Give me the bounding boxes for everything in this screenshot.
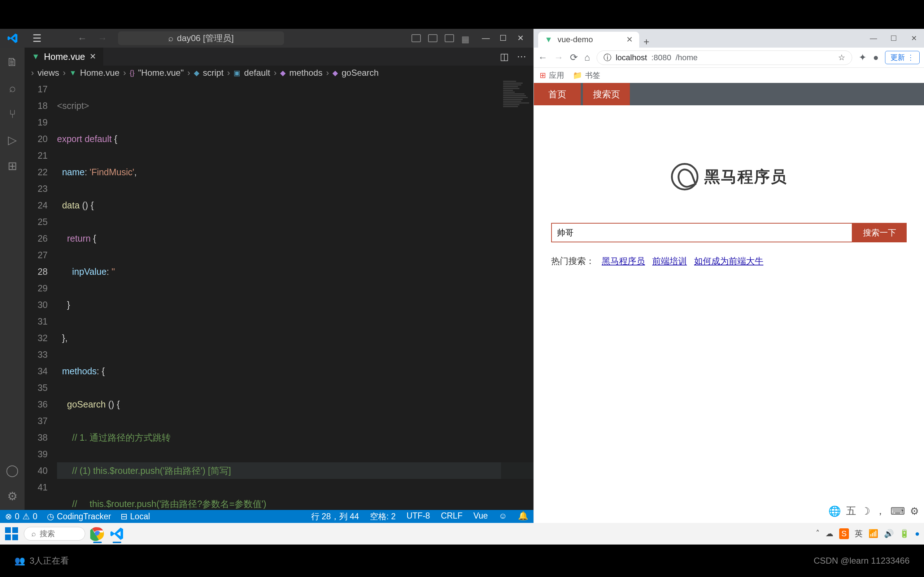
ime-wubi-icon[interactable]: 五 — [846, 504, 856, 518]
nav-home[interactable]: 首页 — [534, 83, 581, 105]
tab-close-icon[interactable]: ✕ — [626, 35, 633, 44]
more-actions-icon[interactable]: ⋯ — [517, 51, 526, 62]
account-icon[interactable]: ◯ — [6, 464, 19, 477]
chrome-window: ▼ vue-demo ✕ + — ☐ ✕ ← → ⟳ ⌂ ⓘ localhost… — [533, 29, 924, 523]
line-numbers: 1718192021222324252627282930313233343536… — [24, 80, 57, 510]
tray-notification-dot[interactable]: ● — [915, 529, 920, 538]
tray-lang-icon[interactable]: 英 — [855, 528, 863, 539]
apps-shortcut[interactable]: ⊞应用 — [540, 70, 564, 81]
tray-wifi-icon[interactable]: 📶 — [868, 529, 878, 538]
source-control-icon[interactable]: ⑂ — [6, 108, 19, 121]
command-center-text: day06 [管理员] — [177, 32, 234, 44]
warning-icon: ⚠ — [23, 512, 30, 521]
extensions-icon[interactable]: ⊞ — [6, 160, 19, 172]
hot-link-2[interactable]: 前端培训 — [652, 255, 687, 267]
start-button[interactable] — [4, 527, 19, 541]
browser-tab-title: vue-demo — [558, 35, 593, 44]
status-tracker[interactable]: ◷CodingTracker — [47, 512, 111, 521]
nav-back-icon[interactable]: ← — [78, 33, 87, 44]
browser-tab[interactable]: ▼ vue-demo ✕ — [538, 32, 639, 48]
browser-home-icon[interactable]: ⌂ — [584, 52, 590, 63]
tab-home-vue[interactable]: ▼ Home.vue ✕ — [24, 48, 103, 66]
split-editor-icon[interactable]: ◫ — [500, 51, 509, 62]
browser-back-icon[interactable]: ← — [538, 52, 548, 63]
layout-customize-icon[interactable]: ▦ — [461, 34, 471, 42]
search-sidebar-icon[interactable]: ⌕ — [6, 82, 19, 95]
svg-rect-3 — [12, 534, 18, 540]
windows-taskbar: ⌕搜索 ˄ ☁ S 英 📶 🔊 🔋 ● — [0, 523, 924, 545]
vscode-logo-icon — [7, 33, 18, 44]
tray-sogou-icon[interactable]: S — [839, 528, 849, 539]
layout-panel-icon[interactable] — [428, 34, 438, 42]
vue-favicon-icon: ▼ — [544, 35, 552, 44]
debug-icon[interactable]: ▷ — [6, 134, 19, 147]
breadcrumb[interactable]: ›views ›▼Home.vue ›{}"Home.vue" ›◆script… — [24, 66, 533, 80]
status-position[interactable]: 行 28，列 44 — [311, 511, 359, 522]
update-button[interactable]: 更新 ⋮ — [885, 51, 920, 64]
page-nav: 首页 搜索页 — [534, 83, 924, 105]
layout-sidebar-right-icon[interactable] — [445, 34, 454, 42]
ime-toolbar[interactable]: 🌐 五 ☽ ， ⌨ ⚙ — [828, 504, 919, 518]
browser-minimize-icon[interactable]: — — [863, 29, 884, 48]
layout-sidebar-left-icon[interactable] — [412, 34, 421, 42]
extensions-puzzle-icon[interactable]: ✦ — [859, 52, 867, 63]
window-close-icon[interactable]: ✕ — [512, 29, 529, 48]
address-bar[interactable]: ⓘ localhost:8080/home ☆ — [597, 50, 852, 65]
ime-settings-icon[interactable]: ⚙ — [910, 505, 919, 517]
ime-comma-icon[interactable]: ， — [875, 504, 885, 518]
browser-maximize-icon[interactable]: ☐ — [884, 29, 904, 48]
site-info-icon[interactable]: ⓘ — [604, 52, 611, 63]
search-input[interactable] — [551, 223, 853, 242]
tray-volume-icon[interactable]: 🔊 — [884, 529, 894, 538]
window-minimize-icon[interactable]: — — [477, 29, 494, 48]
browser-reload-icon[interactable]: ⟳ — [570, 52, 578, 63]
status-encoding[interactable]: UTF-8 — [406, 511, 430, 522]
nav-search[interactable]: 搜索页 — [583, 83, 630, 105]
command-center[interactable]: ⌕ day06 [管理员] — [118, 31, 284, 45]
bookmark-star-icon[interactable]: ☆ — [838, 53, 845, 62]
window-maximize-icon[interactable]: ☐ — [494, 29, 512, 48]
hot-link-3[interactable]: 如何成为前端大牛 — [694, 255, 763, 267]
settings-gear-icon[interactable]: ⚙ — [6, 490, 19, 503]
status-spaces[interactable]: 空格: 2 — [370, 511, 396, 522]
page-logo: 黑马程序员 — [534, 163, 924, 190]
taskbar-chrome-icon[interactable] — [90, 527, 105, 541]
status-language[interactable]: Vue — [473, 511, 488, 522]
tray-onedrive-icon[interactable]: ☁ — [825, 529, 834, 538]
explorer-icon[interactable]: 🗎 — [6, 56, 19, 69]
hot-search-label: 热门搜索： — [551, 255, 594, 267]
taskbar-vscode-icon[interactable] — [110, 527, 124, 541]
ime-globe-icon[interactable]: 🌐 — [828, 505, 841, 517]
browser-forward-icon: → — [554, 52, 564, 63]
viewers-count: 3人正在看 — [30, 555, 69, 567]
minimap[interactable] — [501, 80, 533, 510]
status-errors[interactable]: ⊗0⚠0 — [5, 512, 37, 521]
bookmark-folder[interactable]: 📁书签 — [573, 70, 600, 81]
taskbar-search[interactable]: ⌕搜索 — [24, 527, 85, 541]
nav-forward-icon: → — [98, 33, 107, 44]
search-icon: ⌕ — [31, 529, 36, 538]
profile-avatar-icon[interactable]: ● — [873, 52, 879, 63]
viewers-icon: 👥 — [15, 556, 25, 566]
svg-rect-0 — [5, 527, 11, 533]
new-tab-button[interactable]: + — [639, 36, 654, 48]
ime-keyboard-icon[interactable]: ⌨ — [890, 505, 905, 517]
svg-rect-2 — [5, 534, 11, 540]
status-feedback-icon[interactable]: ☺ — [499, 511, 507, 522]
status-bell-icon[interactable]: 🔔 — [518, 511, 528, 522]
browser-close-icon[interactable]: ✕ — [904, 29, 924, 48]
code-editor[interactable]: <script> export default { name: 'FindMus… — [57, 80, 533, 510]
ime-moon-icon[interactable]: ☽ — [861, 505, 870, 517]
tab-close-icon[interactable]: ✕ — [89, 52, 96, 61]
tray-battery-icon[interactable]: 🔋 — [900, 529, 909, 538]
status-local[interactable]: ⊟Local — [121, 512, 150, 521]
status-eol[interactable]: CRLF — [441, 511, 462, 522]
logo-text: 黑马程序员 — [704, 166, 787, 187]
apps-grid-icon: ⊞ — [540, 71, 546, 80]
clock-icon: ◷ — [47, 512, 54, 521]
search-button[interactable]: 搜索一下 — [853, 223, 907, 242]
hamburger-menu-icon[interactable]: ☰ — [32, 32, 42, 44]
tray-chevron-icon[interactable]: ˄ — [816, 529, 820, 538]
vscode-window: ☰ ← → ⌕ day06 [管理员] ▦ — ☐ ✕ 🗎 ⌕ ⑂ ▷ ⊞ — [0, 29, 533, 523]
hot-link-1[interactable]: 黑马程序员 — [602, 255, 645, 267]
